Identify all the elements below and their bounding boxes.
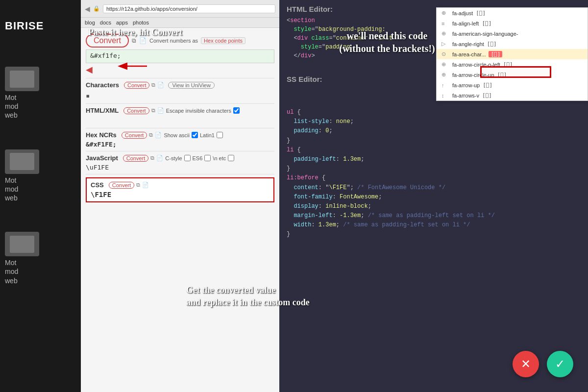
characters-file-icon[interactable]: 📄 <box>157 82 164 88</box>
html-copy-icon[interactable]: ⧉ <box>151 107 155 114</box>
sidebar-item-text-3: Motmodweb <box>5 258 18 285</box>
fa-angle-right-icon: ▷ <box>441 41 449 47</box>
autocomplete-item-4[interactable]: ▷ fa-angle-right [] <box>437 39 588 49</box>
nav-blog[interactable]: blog <box>85 20 95 25</box>
autocomplete-item-5-highlighted[interactable]: ⊙ fa-area-char... [] <box>437 49 588 59</box>
css-code-5: li { <box>287 146 581 155</box>
css-code-4: } <box>287 136 581 146</box>
characters-output: ▪ <box>86 91 274 100</box>
js-file-icon[interactable]: 📄 <box>156 155 163 161</box>
fa-arrow-circle-left-code: [] <box>503 61 513 68</box>
autocomplete-item-2[interactable]: ≡ fa-align-left [] <box>437 18 588 28</box>
arrow-indicator: ◀ <box>86 64 274 75</box>
css-file-icon[interactable]: 📄 <box>142 182 149 188</box>
fa-arrow-circle-up-name: fa-arrow-circle-up <box>452 72 494 78</box>
fa-asl-name: fa-american-sign-language- <box>452 31 518 37</box>
css-code-8: li:before { <box>287 173 581 183</box>
fa-area-code: [] <box>489 51 502 57</box>
css-value: \F1FE <box>91 191 270 198</box>
cancel-button[interactable]: ✕ <box>513 351 539 377</box>
css-code-14: } <box>287 230 581 239</box>
sidebar-item-3[interactable]: Motmodweb <box>0 232 81 285</box>
top-file-icon[interactable]: 📄 <box>139 37 147 44</box>
top-copy-icon[interactable]: ⧉ <box>132 37 136 44</box>
fa-arrow-up-code: [] <box>483 82 492 88</box>
css-code-13: width: 1.3em; /* same as padding-left se… <box>287 220 581 230</box>
autocomplete-dropdown[interactable]: ⊕ fa-adjust [] ≡ fa-align-left [] ⊕ fa… <box>436 7 588 101</box>
escape-checkbox[interactable] <box>233 107 240 114</box>
autocomplete-item-6[interactable]: ⊕ fa-arrow-circle-o-left [] <box>437 59 588 70</box>
autocomplete-item-7[interactable]: ⊕ fa-arrow-circle-up [] <box>437 70 588 80</box>
html-file-icon[interactable]: 📄 <box>157 107 164 114</box>
css-section-row: CSS Convert ⧉ 📄 <box>91 181 270 189</box>
show-ascii-label: Show ascii <box>164 132 190 138</box>
css-code-6: padding-left: 1.3em; <box>287 155 581 164</box>
fa-arrow-circle-left-icon: ⊕ <box>441 61 449 68</box>
back-button[interactable]: ◀ <box>85 5 90 13</box>
tool-content: Convert ⧉ 📄 Convert numbers as Hex code … <box>81 28 279 206</box>
js-label: JavaScript <box>86 154 118 162</box>
es6-checkbox[interactable] <box>204 155 211 161</box>
autocomplete-item-3[interactable]: ⊕ fa-american-sign-language- <box>437 28 588 39</box>
css-editor-section: ul { list-style: none; padding: 0; } li … <box>279 103 588 245</box>
nav-links: blog docs apps photos <box>81 18 279 28</box>
html-output <box>86 116 274 125</box>
hex-ncrs-section-row: Hex NCRs Convert ⧉ 📄 Show ascii Latin1 <box>86 131 274 139</box>
confirm-button[interactable]: ✓ <box>547 351 573 377</box>
fa-arrow-up-name: fa-arrow-up <box>452 82 480 88</box>
nav-docs[interactable]: docs <box>100 20 111 25</box>
sidebar-item-1[interactable]: Motmodweb <box>0 67 81 120</box>
show-ascii-checkbox[interactable] <box>192 132 198 138</box>
js-value: \uF1FE <box>86 164 274 171</box>
css-code-1: ul { <box>287 108 581 117</box>
css-label: CSS <box>91 181 104 189</box>
css-copy-icon[interactable]: ⧉ <box>136 182 140 188</box>
top-result-box[interactable]: &#xf1fe; <box>86 49 274 63</box>
html-convert-button[interactable]: Convert <box>123 107 149 114</box>
characters-label: Characters <box>86 81 119 89</box>
js-copy-icon[interactable]: ⧉ <box>150 155 154 161</box>
hex-ncrs-file-icon[interactable]: 📄 <box>155 132 162 138</box>
fa-arrows-v-code: [] <box>482 92 492 98</box>
hex-ncrs-copy-icon[interactable]: ⧉ <box>149 132 153 138</box>
sidebar-thumb-1 <box>5 67 39 91</box>
fa-arrow-circle-up-icon: ⊕ <box>441 72 449 78</box>
fa-arrow-circle-left-name: fa-arrow-circle-o-left <box>452 62 500 68</box>
n-etc-checkbox[interactable] <box>228 155 234 161</box>
confirm-icon: ✓ <box>555 357 565 371</box>
fa-adjust-name: fa-adjust <box>452 10 473 16</box>
css-convert-button[interactable]: Convert <box>109 182 135 189</box>
autocomplete-item-9[interactable]: ↕ fa-arrows-v [] <box>437 90 588 100</box>
autocomplete-item-1[interactable]: ⊕ fa-adjust [] <box>437 8 588 18</box>
sidebar-item-2[interactable]: Motmodweb <box>0 149 81 203</box>
birise-sidebar: BIRISE Motmodweb Motmodweb Motmodweb <box>0 0 81 392</box>
fa-adjust-icon: ⊕ <box>441 10 449 16</box>
url-bar[interactable]: https://r12a.github.io/apps/conversion/ <box>103 4 275 13</box>
nav-apps[interactable]: apps <box>116 20 128 25</box>
css-code-10: font-family: FontAwesome; <box>287 193 581 202</box>
characters-convert-button[interactable]: Convert <box>124 82 150 89</box>
latin1-checkbox[interactable] <box>217 132 223 138</box>
fa-arrow-circle-up-code: [] <box>497 72 507 78</box>
view-uniview-button[interactable]: View in UniView <box>168 82 214 89</box>
hex-ncrs-value: &#xF1FE; <box>86 141 274 148</box>
fa-align-left-name: fa-align-left <box>452 21 479 26</box>
hex-ncrs-convert-button[interactable]: Convert <box>122 132 147 139</box>
css-code-12: margin-left: -1.3em; /* same as padding-… <box>287 211 581 220</box>
convert-nums-label: Convert numbers as <box>149 38 198 44</box>
fa-align-left-code: [] <box>482 20 491 26</box>
nav-photos[interactable]: photos <box>133 20 149 25</box>
birise-logo: BIRISE <box>0 0 81 37</box>
characters-copy-icon[interactable]: ⧉ <box>151 82 155 88</box>
fa-angle-right-name: fa-angle-right <box>452 41 484 47</box>
fa-adjust-code: [] <box>476 10 486 16</box>
c-style-checkbox[interactable] <box>184 155 191 161</box>
hex-ncrs-label: Hex NCRs <box>86 131 117 139</box>
top-convert-button[interactable]: Convert <box>86 34 129 48</box>
js-convert-button[interactable]: Convert <box>123 155 149 162</box>
fa-arrow-up-icon: ↑ <box>441 82 449 88</box>
hex-badge[interactable]: Hex code points <box>201 37 245 44</box>
sidebar-thumb-2 <box>5 149 39 174</box>
top-convert-section: Convert ⧉ 📄 Convert numbers as Hex code … <box>86 34 274 48</box>
autocomplete-item-8[interactable]: ↑ fa-arrow-up [] <box>437 80 588 90</box>
